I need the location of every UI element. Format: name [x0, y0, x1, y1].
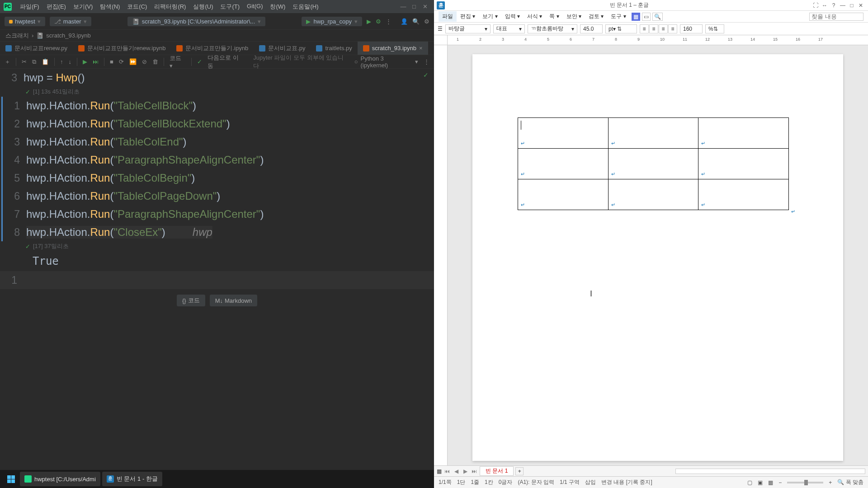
maximize-icon[interactable]: □ [409, 3, 420, 10]
account-icon[interactable]: 👤 [401, 18, 408, 25]
zoom-icon[interactable]: 🔍 [652, 13, 663, 21]
breadcrumb-file[interactable]: scratch_93.ipynb [46, 32, 90, 39]
branch-selector[interactable]: ⎇master▾ [50, 17, 91, 26]
hwp-menu-item[interactable]: 보안 ▾ [563, 11, 585, 22]
run-target[interactable]: 📓scratch_93.ipynb [C:\Users\Administrato… [127, 17, 266, 26]
clear-icon[interactable]: 🗑 [152, 58, 158, 65]
more-icon[interactable]: ⋮ [386, 18, 392, 25]
tab-first-icon[interactable]: ⏮ [443, 468, 451, 474]
taskbar-hwp[interactable]: 훈빈 문서 1 - 한글 [102, 472, 162, 486]
style-selector[interactable]: 바탕글▾ [445, 24, 491, 33]
run-cell-icon[interactable]: ▶ [83, 58, 87, 65]
doc-tab[interactable]: 빈 문서 1 [480, 466, 514, 476]
hwp-close-icon[interactable]: ✕ [856, 2, 865, 9]
cell-3-empty[interactable]: 1 [0, 271, 434, 289]
hwp-menu-item[interactable]: 쪽 ▾ [546, 11, 562, 22]
menu-item[interactable]: Git(G) [243, 3, 266, 11]
run-all-icon[interactable]: ⏭ [93, 58, 99, 65]
add-code-button[interactable]: {} 코드 [177, 295, 205, 306]
hwp-menu-item[interactable]: 서식 ▾ [524, 11, 546, 22]
tab-prev-icon[interactable]: ◀ [453, 468, 460, 474]
close-icon[interactable]: ✕ [420, 3, 430, 10]
view-mode-icon[interactable]: ▭ [642, 13, 651, 21]
start-button[interactable] [4, 472, 18, 486]
hwp-search-input[interactable] [809, 13, 863, 21]
toolbar-overflow-icon[interactable]: ⋮ [424, 58, 429, 65]
outline-icon[interactable]: ☰ [438, 26, 443, 32]
cell-type-selector[interactable]: 코드 ▾ [170, 54, 186, 69]
view-icon-1[interactable]: ▢ [747, 479, 752, 486]
editor-tab[interactable]: 문서비교표renew.py [0, 42, 73, 55]
search-icon[interactable]: 🔍 [412, 18, 420, 25]
run-icon[interactable]: ▶ [367, 18, 371, 25]
menu-item[interactable]: 파일(F) [16, 3, 43, 11]
hwp-menu-item[interactable]: 도구 ▾ [607, 11, 629, 22]
move-down-icon[interactable]: ↓ [69, 58, 72, 65]
status-track[interactable]: 변경 내용 [기록 중지] [601, 479, 652, 486]
editor-tab[interactable]: scratch_93.ipynb × [358, 42, 428, 55]
tab-grid-icon[interactable]: ▦ [437, 468, 442, 474]
stop-icon[interactable]: ■ [110, 58, 113, 65]
menu-item[interactable]: 실행(U) [189, 3, 217, 11]
code-editor[interactable]: ✓ 3 hwp = Hwp() ✓[1] 13s 451밀리초 1hwp.HAc… [0, 69, 434, 476]
align-justify-icon[interactable]: ≡ [668, 24, 677, 33]
align-left-icon[interactable]: ≡ [640, 24, 649, 33]
hwp-menu-item[interactable]: 보기 ▾ [479, 11, 501, 22]
menu-item[interactable]: 리팩터링(R) [151, 3, 189, 11]
menu-item[interactable]: 창(W) [266, 3, 289, 11]
line-spacing-input[interactable]: 160 [680, 24, 703, 33]
document-table[interactable]: ↵↵↵ ↵↵↵ ↵↵↵ [518, 117, 789, 210]
hscrollbar[interactable] [675, 469, 865, 474]
add-cell-icon[interactable]: ＋ [5, 58, 10, 66]
editor-tab[interactable]: traitlets.py [311, 42, 357, 55]
editor-tab[interactable]: 문서비교표.py [254, 42, 311, 55]
hwp-menu-item[interactable]: 검토 ▾ [585, 11, 607, 22]
paste-icon[interactable]: 📋 [42, 58, 49, 65]
restart-icon[interactable]: ⟳ [119, 58, 124, 65]
align-right-icon[interactable]: ≡ [659, 24, 668, 33]
move-up-icon[interactable]: ↑ [60, 58, 63, 65]
breadcrumb-root[interactable]: 스크래치 [5, 32, 29, 40]
run-config-selector[interactable]: ▶hwp_rpa_copy▾ [302, 17, 362, 26]
font-unit[interactable]: pt ▾ ⇅ [605, 24, 637, 33]
menu-item[interactable]: 도움말(H) [289, 3, 322, 11]
hwp-page[interactable]: ↵↵↵ ↵↵↵ ↵↵↵ ↵ I [472, 54, 843, 461]
menu-item[interactable]: 보기(V) [70, 3, 96, 11]
line-spacing-unit[interactable]: % ⇅ [705, 24, 724, 33]
face-selector[interactable]: 대표▾ [493, 24, 525, 33]
cell-1[interactable]: 3 hwp = Hwp() ✓[1] 13s 451밀리초 [0, 69, 434, 97]
add-markdown-button[interactable]: M↓Markdown [210, 295, 257, 306]
highlight-tool-icon[interactable]: ▦ [632, 13, 640, 21]
menu-item[interactable]: 코드(C) [123, 3, 151, 11]
restart-run-icon[interactable]: ⏩ [129, 58, 137, 65]
taskbar-pycharm[interactable]: hwptest [C:/Users/Admi [20, 472, 100, 486]
tab-next-icon[interactable]: ▶ [462, 468, 469, 474]
hwp-more-icon[interactable]: ↔ [820, 2, 829, 9]
cut-icon[interactable]: ✂ [22, 58, 27, 65]
cell-2[interactable]: 1hwp.HAction.Run("TableCellBlock")2hwp.H… [1, 97, 434, 241]
align-center-icon[interactable]: ≡ [649, 24, 658, 33]
zoom-fit[interactable]: 🔍 폭 맞춤 [837, 479, 863, 486]
view-icon-2[interactable]: ▣ [758, 479, 763, 486]
zoom-slider[interactable] [787, 482, 823, 483]
hwp-maximize-icon[interactable]: □ [847, 2, 856, 9]
status-mode[interactable]: 삽입 [585, 479, 596, 486]
debug-icon[interactable]: ⚙ [376, 18, 381, 25]
hwp-help-icon[interactable]: ? [829, 2, 838, 9]
view-icon-3[interactable]: ▦ [768, 479, 773, 486]
project-selector[interactable]: hwptest▾ [5, 17, 45, 26]
hwp-menu-item[interactable]: 파일 [439, 11, 457, 22]
hwp-page-area[interactable]: ↵↵↵ ↵↵↵ ↵↵↵ ↵ I [448, 45, 868, 465]
interrupt-icon[interactable]: ⊘ [142, 58, 147, 65]
copy-icon[interactable]: ⧉ [32, 58, 36, 66]
menu-item[interactable]: 편집(E) [43, 3, 70, 11]
editor-tab[interactable]: 문서비교표만들기.ipynb [171, 42, 254, 55]
minimize-icon[interactable]: — [398, 3, 409, 10]
kernel-selector[interactable]: ○ Python 3 (ipykernel) ▾ [354, 55, 418, 69]
next-button[interactable]: 다음으로 이동 [208, 54, 244, 70]
zoom-in-icon[interactable]: + [829, 479, 832, 486]
hwp-menu-item[interactable]: 입력 ▾ [501, 11, 524, 22]
font-size-input[interactable]: 45.0 [580, 24, 603, 33]
new-doc-tab-icon[interactable]: + [515, 467, 524, 475]
zoom-out-icon[interactable]: − [778, 479, 782, 486]
